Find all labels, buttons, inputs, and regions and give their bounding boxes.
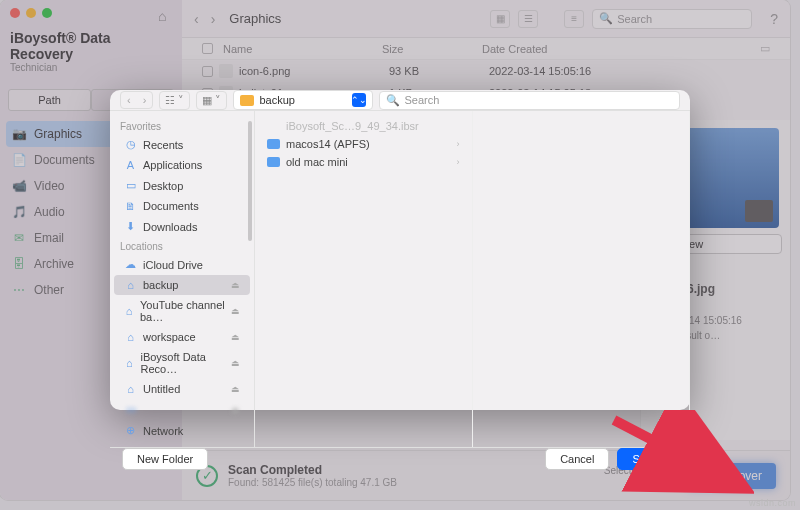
entry-label: iBoysoft_Sc…9_49_34.ibsr (286, 120, 419, 132)
dialog-entry[interactable]: iBoysoft_Sc…9_49_34.ibsr (259, 117, 468, 135)
eject-icon[interactable]: ⏏ (231, 306, 240, 316)
eject-icon[interactable]: ⏏ (231, 332, 240, 342)
location-icon: A (124, 159, 137, 171)
location-icon: ⌂ (124, 383, 137, 395)
eject-icon[interactable]: ⏏ (231, 405, 240, 415)
location-icon: ⊕ (124, 424, 137, 437)
location-icon: ⌂ (124, 305, 134, 317)
dialog-view-group[interactable]: ▦ ˅ (196, 91, 227, 110)
location-label: YouTube channel ba… (140, 299, 225, 323)
location-label: iCloud Drive (143, 259, 203, 271)
dialog-entry[interactable]: old mac mini› (259, 153, 468, 171)
location-item[interactable]: ⌂backup⏏ (114, 275, 250, 295)
dialog-back-button[interactable]: ‹ (121, 92, 137, 108)
location-label: workspace (143, 331, 196, 343)
chevron-updown-icon: ⌃⌄ (352, 93, 366, 107)
location-item[interactable]: ⌂iBoysoft Data Reco…⏏ (114, 347, 250, 379)
entry-label: macos14 (APFS) (286, 138, 370, 150)
group-locations: Locations (110, 237, 254, 254)
eject-icon[interactable]: ⏏ (231, 358, 240, 368)
favorite-item[interactable]: 🗎Documents (114, 196, 250, 216)
eject-icon[interactable]: ⏏ (231, 280, 240, 290)
folder-icon (267, 139, 280, 149)
location-label: iBoysoft Data Reco… (140, 351, 225, 375)
location-label: Documents (143, 200, 199, 212)
favorite-item[interactable]: ⬇Downloads (114, 216, 250, 237)
location-item[interactable]: ⌂Untitled⏏ (114, 379, 250, 399)
dialog-nav: ‹ › (120, 91, 153, 109)
folder-icon (240, 95, 254, 106)
location-label: Downloads (143, 221, 197, 233)
location-item[interactable]: ⊕Network (114, 420, 250, 441)
location-label: backup (143, 279, 178, 291)
dialog-column-1: iBoysoft_Sc…9_49_34.ibsrmacos14 (APFS)›o… (255, 111, 473, 447)
location-icon: 🗎 (124, 200, 137, 212)
dialog-entry[interactable]: macos14 (APFS)› (259, 135, 468, 153)
location-label: Untitled (143, 383, 180, 395)
folder-icon (267, 157, 280, 167)
entry-label: old mac mini (286, 156, 348, 168)
search-icon: 🔍 (386, 94, 400, 107)
group-favorites: Favorites (110, 117, 254, 134)
dialog-forward-button[interactable]: › (137, 92, 153, 108)
location-icon: ☁ (124, 258, 137, 271)
eject-icon[interactable]: ⏏ (231, 384, 240, 394)
location-item[interactable]: ⌂YouTube channel ba…⏏ (114, 295, 250, 327)
dialog-footer: New Folder Cancel Select (110, 447, 690, 470)
cancel-button[interactable]: Cancel (545, 448, 609, 470)
new-folder-button[interactable]: New Folder (122, 448, 208, 470)
sidebar-scrollbar[interactable] (248, 121, 252, 241)
location-label: Desktop (143, 180, 183, 192)
location-icon: ⌂ (124, 279, 137, 291)
dialog-sidebar: Favorites ◷RecentsAApplications▭Desktop🗎… (110, 111, 255, 447)
location-icon: ◷ (124, 138, 137, 151)
chevron-right-icon: › (457, 157, 460, 167)
dialog-toolbar: ‹ › ☷ ˅ ▦ ˅ backup ⌃⌄ 🔍 Search (110, 90, 690, 111)
location-item[interactable]: ▭⏏ (114, 399, 250, 420)
select-button[interactable]: Select (617, 448, 678, 470)
dialog-search-input[interactable]: 🔍 Search (379, 91, 680, 110)
location-icon: ▭ (124, 179, 137, 192)
chevron-right-icon: › (457, 139, 460, 149)
favorite-item[interactable]: ▭Desktop (114, 175, 250, 196)
dialog-body: Favorites ◷RecentsAApplications▭Desktop🗎… (110, 111, 690, 447)
watermark: wsldn.com (749, 498, 796, 508)
location-label: Applications (143, 159, 202, 171)
location-icon: ⌂ (124, 357, 134, 369)
dialog-view-columns[interactable]: ☷ ˅ (159, 91, 190, 110)
dialog-search-placeholder: Search (404, 94, 439, 106)
location-icon: ▭ (124, 403, 137, 416)
location-label: Recents (143, 139, 183, 151)
location-label: Network (143, 425, 183, 437)
dialog-column-2 (473, 111, 691, 447)
dialog-location-picker[interactable]: backup ⌃⌄ (233, 90, 373, 110)
location-icon: ⌂ (124, 331, 137, 343)
favorite-item[interactable]: AApplications (114, 155, 250, 175)
favorite-item[interactable]: ◷Recents (114, 134, 250, 155)
location-item[interactable]: ☁iCloud Drive (114, 254, 250, 275)
location-item[interactable]: ⌂workspace⏏ (114, 327, 250, 347)
location-icon: ⬇ (124, 220, 137, 233)
save-dialog: ‹ › ☷ ˅ ▦ ˅ backup ⌃⌄ 🔍 Search Favorites… (110, 90, 690, 410)
dialog-location-label: backup (259, 94, 294, 106)
